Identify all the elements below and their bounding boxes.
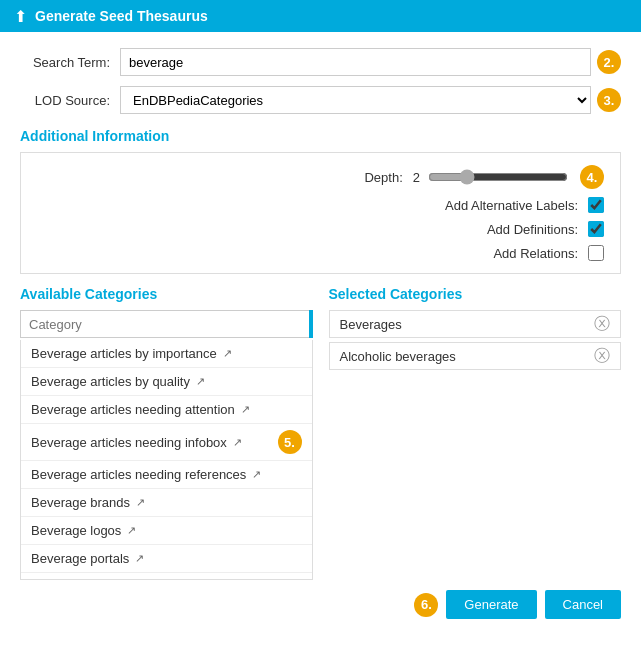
cat-item-label: Beverage logos xyxy=(31,523,121,538)
external-link-icon: ↗ xyxy=(196,375,205,388)
external-link-icon: ↗ xyxy=(136,496,145,509)
definitions-row: Add Definitions: xyxy=(37,221,604,237)
list-item[interactable]: Beverage articles needing references ↗ xyxy=(21,461,312,489)
search-bar-indicator xyxy=(309,310,313,338)
step-5-badge: 5. xyxy=(278,430,302,454)
search-term-row: Search Term: 2. xyxy=(20,48,621,76)
cat-item-label: Beverage articles needing attention xyxy=(31,402,235,417)
selected-item-label: Alcoholic beverages xyxy=(340,349,456,364)
step-2-badge: 2. xyxy=(597,50,621,74)
lod-source-select[interactable]: EnDBPediaCategories DBPedia WikiData xyxy=(120,86,591,114)
external-link-icon: ↗ xyxy=(127,524,136,537)
category-search-input[interactable] xyxy=(20,310,313,338)
relations-row: Add Relations: xyxy=(37,245,604,261)
external-link-icon: ↗ xyxy=(223,347,232,360)
available-categories-col: Available Categories Beverage articles b… xyxy=(20,286,313,580)
cat-item-label: Beverage portals xyxy=(31,551,129,566)
step-6-badge: 6. xyxy=(414,593,438,617)
category-search-container xyxy=(20,310,313,338)
app-title: Generate Seed Thesaurus xyxy=(35,8,208,24)
cancel-button[interactable]: Cancel xyxy=(545,590,621,619)
step-4-badge: 4. xyxy=(580,165,604,189)
list-item[interactable]: Beverage portals ↗ xyxy=(21,545,312,573)
external-link-icon: ↗ xyxy=(241,403,250,416)
depth-value: 2 xyxy=(413,170,420,185)
definitions-label: Add Definitions: xyxy=(487,222,578,237)
cat-item-label: Beverage articles by importance xyxy=(31,346,217,361)
list-item[interactable]: Beverage logos ↗ xyxy=(21,517,312,545)
alt-labels-row: Add Alternative Labels: xyxy=(37,197,604,213)
generate-button[interactable]: Generate xyxy=(446,590,536,619)
available-categories-list: Beverage articles by importance ↗ Bevera… xyxy=(20,340,313,580)
lod-source-row: LOD Source: EnDBPediaCategories DBPedia … xyxy=(20,86,621,114)
external-link-icon: ↗ xyxy=(252,468,261,481)
relations-label: Add Relations: xyxy=(493,246,578,261)
depth-slider[interactable] xyxy=(428,169,568,185)
selected-categories-col: Selected Categories Beverages ⓧ Alcoholi… xyxy=(329,286,622,580)
available-categories-title: Available Categories xyxy=(20,286,313,302)
alt-labels-checkbox[interactable] xyxy=(588,197,604,213)
selected-categories-title: Selected Categories xyxy=(329,286,622,302)
remove-beverages-button[interactable]: ⓧ xyxy=(594,316,610,332)
additional-info-box: Depth: 2 4. Add Alternative Labels: Add … xyxy=(20,152,621,274)
list-item[interactable]: Beverage articles needing infobox ↗ 5. xyxy=(21,424,312,461)
external-link-icon: ↗ xyxy=(135,552,144,565)
list-item[interactable]: Beverage articles by importance ↗ xyxy=(21,340,312,368)
app-header: ⬆ Generate Seed Thesaurus xyxy=(0,0,641,32)
lod-source-label: LOD Source: xyxy=(20,93,110,108)
selected-item: Beverages ⓧ xyxy=(329,310,622,338)
search-term-input[interactable] xyxy=(120,48,591,76)
cat-item-label: Beverage articles by quality xyxy=(31,374,190,389)
list-item[interactable]: Beverage articles by quality ↗ xyxy=(21,368,312,396)
app-icon: ⬆ xyxy=(14,7,27,26)
list-item[interactable]: Beverage articles needing attention ↗ xyxy=(21,396,312,424)
categories-area: Available Categories Beverage articles b… xyxy=(20,286,621,580)
list-item[interactable]: Beverage brands ↗ xyxy=(21,489,312,517)
step-3-badge: 3. xyxy=(597,88,621,112)
alt-labels-label: Add Alternative Labels: xyxy=(445,198,578,213)
selected-item-label: Beverages xyxy=(340,317,402,332)
remove-alcoholic-beverages-button[interactable]: ⓧ xyxy=(594,348,610,364)
footer: 6. Generate Cancel xyxy=(20,580,621,623)
cat-item-label: Beverage articles needing references xyxy=(31,467,246,482)
relations-checkbox[interactable] xyxy=(588,245,604,261)
additional-info-title: Additional Information xyxy=(20,128,621,144)
depth-slider-container xyxy=(428,169,568,185)
depth-label: Depth: xyxy=(364,170,402,185)
external-link-icon: ↗ xyxy=(233,436,242,449)
cat-item-label: Beverage articles needing infobox xyxy=(31,435,227,450)
search-term-label: Search Term: xyxy=(20,55,110,70)
definitions-checkbox[interactable] xyxy=(588,221,604,237)
main-content: Search Term: 2. LOD Source: EnDBPediaCat… xyxy=(0,32,641,665)
depth-row: Depth: 2 4. xyxy=(37,165,604,189)
selected-item: Alcoholic beverages ⓧ xyxy=(329,342,622,370)
cat-item-label: Beverage brands xyxy=(31,495,130,510)
list-item[interactable]: Beverage stubs ↗ xyxy=(21,573,312,580)
